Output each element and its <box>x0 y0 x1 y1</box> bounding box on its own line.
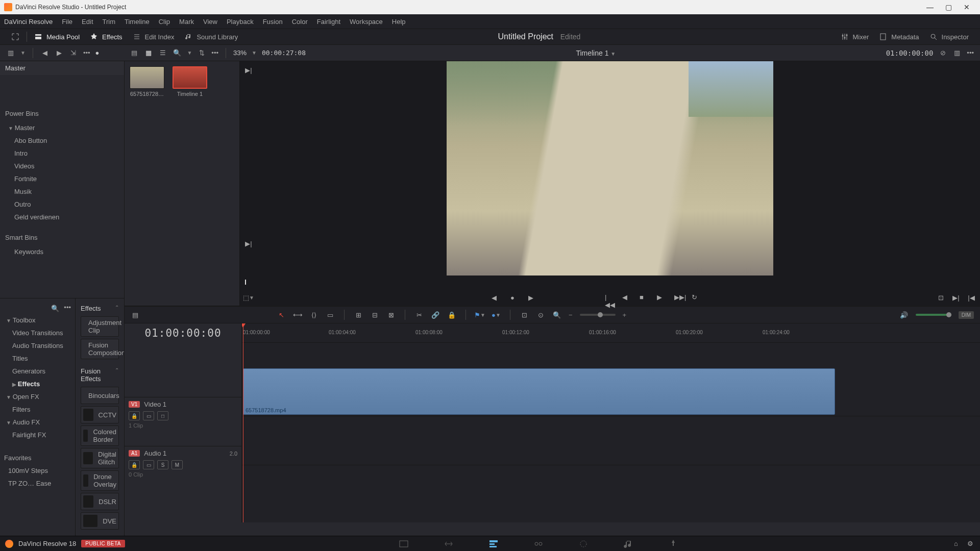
zoom-fit-icon[interactable]: ⊡ <box>520 310 529 319</box>
metadata-view-icon[interactable]: ▤ <box>130 48 139 58</box>
toolbox-cat[interactable]: ▼ Toolbox <box>0 314 75 327</box>
bin-item[interactable]: Outro <box>0 198 124 211</box>
effect-item[interactable]: DVE <box>81 512 119 530</box>
close-button[interactable]: ✕ <box>958 0 976 14</box>
replace-icon[interactable]: ⊠ <box>386 310 396 319</box>
effect-item[interactable]: Colored Border <box>81 425 119 446</box>
bin-item[interactable]: Geld verdienen <box>0 211 124 223</box>
selection-tool-icon[interactable]: ↖ <box>277 310 286 319</box>
custom-zoom-icon[interactable]: 🔍 <box>552 310 561 319</box>
more-icon[interactable]: ••• <box>64 304 71 313</box>
import-icon[interactable]: ⇲ <box>69 48 78 58</box>
bin-item[interactable]: Videos <box>0 160 124 172</box>
mute-button[interactable]: M <box>172 460 183 469</box>
effect-item[interactable]: Fusion Composition <box>81 339 119 359</box>
metadata-button[interactable]: Metadata <box>874 31 924 43</box>
timeline-ruler[interactable]: 01:00:00:00 01:00:04:00 01:00:08:00 01:0… <box>242 323 980 343</box>
master-bin[interactable]: Master <box>0 61 124 75</box>
menu-mark[interactable]: Mark <box>175 16 198 28</box>
collapse-icon[interactable]: ⌃ <box>115 305 119 312</box>
search-icon[interactable]: 🔍 <box>173 48 182 58</box>
mixer-button[interactable]: Mixer <box>836 31 874 43</box>
link-icon[interactable]: 🔗 <box>431 310 440 319</box>
dynamic-trim-icon[interactable]: ⟨⟩ <box>309 310 318 319</box>
effects-cat[interactable]: ▶ Effects <box>0 378 75 390</box>
settings-icon[interactable]: ⚙ <box>966 539 975 548</box>
prev-marker-icon[interactable]: |◀ <box>967 293 976 302</box>
loop-icon[interactable]: ↻ <box>692 293 700 302</box>
audio-track-header[interactable]: A1 Audio 1 2.0 🔒 ▭ S M 0 Clip <box>125 446 241 495</box>
video-transitions-cat[interactable]: Video Transitions <box>0 327 75 339</box>
next-edit-icon[interactable]: ▶| <box>244 65 253 74</box>
edit-index-button[interactable]: Edit Index <box>128 31 180 43</box>
effect-item[interactable]: Binoculars <box>81 387 119 404</box>
media-pool-button[interactable]: Media Pool <box>29 31 85 43</box>
sound-library-button[interactable]: Sound Library <box>179 31 243 43</box>
stop-icon[interactable]: ■ <box>640 293 648 302</box>
lock-track-icon[interactable]: 🔒 <box>129 460 140 469</box>
auto-select-icon[interactable]: ▭ <box>143 460 154 469</box>
menu-edit[interactable]: Edit <box>78 16 97 28</box>
fav-item[interactable]: 100mV Steps <box>0 464 75 477</box>
fav-item[interactable]: TP ZO… Ease <box>0 477 75 490</box>
go-end-icon[interactable]: ▶▶| <box>674 293 682 302</box>
search-icon[interactable]: 🔍 <box>51 304 60 313</box>
disable-track-icon[interactable]: □ <box>157 411 168 420</box>
keywords-bin[interactable]: Keywords <box>0 245 124 258</box>
filters-cat[interactable]: Filters <box>0 403 75 416</box>
mute-icon[interactable]: 🔊 <box>899 310 909 319</box>
match-icon[interactable]: ⊡ <box>936 293 945 302</box>
media-page-icon[interactable] <box>399 539 409 549</box>
chevron-down-icon[interactable]: ▼ <box>20 50 26 56</box>
effect-item[interactable]: Adjustment Clip <box>81 316 119 337</box>
trim-tool-icon[interactable]: ⟷ <box>293 310 302 319</box>
effect-item[interactable]: DSLR <box>81 493 119 510</box>
zoom-slider[interactable] <box>580 314 616 316</box>
fullscreen-button[interactable] <box>6 31 24 43</box>
bin-item[interactable]: Abo Button <box>0 134 124 147</box>
effect-item[interactable]: CCTV <box>81 406 119 423</box>
blade-tool-icon[interactable]: ▭ <box>326 310 335 319</box>
effect-item[interactable]: Digital Glitch <box>81 448 119 468</box>
bin-item[interactable]: Fortnite <box>0 172 124 185</box>
fairlight-page-icon[interactable] <box>623 539 633 549</box>
menu-fairlight[interactable]: Fairlight <box>313 16 345 28</box>
bin-view-icon[interactable]: ▥ <box>6 48 15 58</box>
go-start-icon[interactable]: |◀◀ <box>605 293 613 302</box>
effect-item[interactable]: Drone Overlay <box>81 470 119 491</box>
more-menu-2[interactable]: ••• <box>211 49 218 57</box>
maximize-button[interactable]: ▢ <box>939 0 958 14</box>
flag-icon[interactable]: ⚑▼ <box>475 310 484 319</box>
blade-icon[interactable]: ✂ <box>414 310 424 319</box>
timeline-name[interactable]: Timeline 1 <box>576 49 608 57</box>
zoom-level[interactable]: 33% <box>233 49 247 57</box>
inspector-button[interactable]: Inspector <box>924 31 974 43</box>
volume-slider[interactable] <box>916 314 951 316</box>
match-frame-icon[interactable]: ▶| <box>244 239 253 248</box>
overwrite-icon[interactable]: ⊟ <box>370 310 379 319</box>
transform-icon[interactable]: ⬚ ▼ <box>244 293 253 302</box>
thumb-view-icon[interactable]: ▦ <box>144 48 153 58</box>
bin-item[interactable]: Intro <box>0 147 124 160</box>
effects-button[interactable]: Effects <box>85 31 128 43</box>
next-marker-icon[interactable]: ▶| <box>951 293 961 302</box>
prev-clip-icon[interactable]: ◀ <box>489 293 499 302</box>
next-clip-icon[interactable]: ▶ <box>526 293 535 302</box>
timeline-tc[interactable]: 01:00:00:00 <box>886 49 934 57</box>
dual-view-icon[interactable]: ▥ <box>952 48 962 58</box>
viewer-menu[interactable]: ••• <box>967 49 974 57</box>
lock-track-icon[interactable]: 🔒 <box>129 411 140 420</box>
timeline-body[interactable]: 01:00:00:00 01:00:04:00 01:00:08:00 01:0… <box>242 323 980 522</box>
viewer-image[interactable] <box>447 61 773 276</box>
clip-thumbnail[interactable]: 657518728… <box>130 66 164 97</box>
list-view-icon[interactable]: ☰ <box>158 48 167 58</box>
loop-dot-icon[interactable]: ● <box>508 293 517 302</box>
fusion-page-icon[interactable] <box>533 539 544 549</box>
prev-frame-icon[interactable]: ◀ <box>622 293 630 302</box>
cut-page-icon[interactable] <box>444 539 454 549</box>
more-menu[interactable]: ••• <box>83 49 90 57</box>
insert-icon[interactable]: ⊞ <box>354 310 363 319</box>
next-button[interactable]: ▶ <box>55 48 64 58</box>
prev-button[interactable]: ◀ <box>40 48 50 58</box>
auto-select-icon[interactable]: ▭ <box>143 411 154 420</box>
